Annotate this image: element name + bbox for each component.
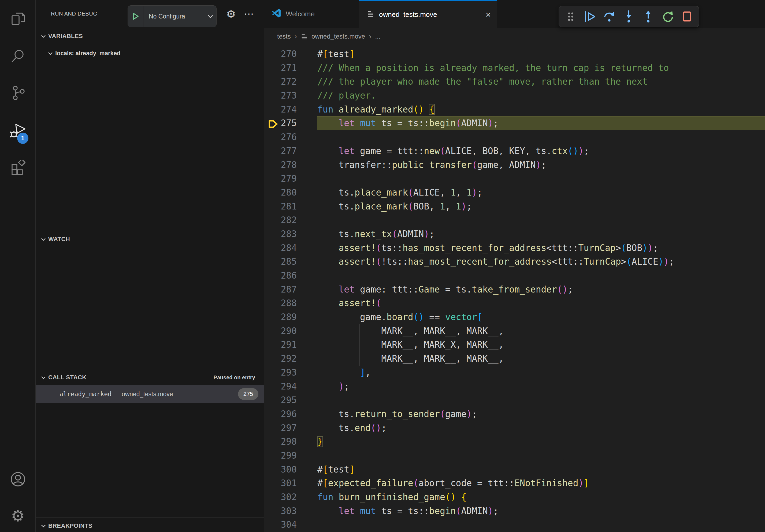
account-icon[interactable] xyxy=(0,464,36,494)
line-number[interactable]: 288 xyxy=(264,296,318,310)
code-line-283[interactable]: 283 ts.next_tx(ADMIN); xyxy=(264,227,765,241)
line-number[interactable]: 285 xyxy=(264,255,318,269)
close-icon[interactable]: × xyxy=(485,10,491,19)
line-number[interactable]: 275 xyxy=(264,116,318,130)
code-line-301[interactable]: 301#[expected_failure(abort_code = ttt::… xyxy=(264,476,765,490)
source-control-icon[interactable] xyxy=(0,78,36,108)
code-line-272[interactable]: 272/// the player who made the "false" m… xyxy=(264,75,765,89)
code-line-287[interactable]: 287 let game: ttt::Game = ts.take_from_s… xyxy=(264,283,765,297)
start-debug-icon[interactable] xyxy=(128,6,143,27)
line-number[interactable]: 280 xyxy=(264,186,318,199)
line-number[interactable]: 286 xyxy=(264,269,318,283)
code-line-273[interactable]: 273/// player. xyxy=(264,89,765,103)
line-number[interactable]: 294 xyxy=(264,380,318,394)
variables-scope-row[interactable]: locals: already_marked xyxy=(36,46,264,61)
line-number[interactable]: 287 xyxy=(264,283,318,297)
line-number[interactable]: 304 xyxy=(264,518,318,532)
step-out-icon[interactable] xyxy=(641,9,656,24)
restart-icon[interactable] xyxy=(660,9,675,24)
step-into-icon[interactable] xyxy=(621,9,636,24)
gripper-icon[interactable] xyxy=(563,9,578,24)
extensions-icon[interactable] xyxy=(0,152,36,182)
code-line-293[interactable]: 293 ], xyxy=(264,366,765,380)
code-line-298[interactable]: 298} xyxy=(264,435,765,449)
code-line-275[interactable]: 275 let mut ts = ts::begin(ADMIN); xyxy=(264,116,765,130)
code-line-286[interactable]: 286 xyxy=(264,269,765,283)
code-line-297[interactable]: 297 ts.end(); xyxy=(264,421,765,435)
code-line-289[interactable]: 289 game.board() == vector[ xyxy=(264,310,765,324)
code-line-295[interactable]: 295 xyxy=(264,393,765,407)
code-line-279[interactable]: 279 xyxy=(264,172,765,186)
continue-icon[interactable] xyxy=(582,9,597,24)
line-number[interactable]: 289 xyxy=(264,310,318,324)
line-number[interactable]: 303 xyxy=(264,504,318,518)
breakpoints-section-header[interactable]: BREAKPOINTS xyxy=(36,519,264,532)
code-line-277[interactable]: 277 let game = ttt::new(ALICE, BOB, KEY,… xyxy=(264,144,765,158)
code-line-302[interactable]: 302fun burn_unfinished_game() { xyxy=(264,490,765,504)
line-number[interactable]: 282 xyxy=(264,213,318,227)
line-number[interactable]: 291 xyxy=(264,338,318,352)
line-number[interactable]: 295 xyxy=(264,393,318,407)
breadcrumb-symbol[interactable]: ... xyxy=(375,33,381,40)
code-line-285[interactable]: 285 assert!(!ts::has_most_recent_for_add… xyxy=(264,255,765,269)
code-line-290[interactable]: 290 MARK__, MARK__, MARK__, xyxy=(264,324,765,338)
code-line-304[interactable]: 304 xyxy=(264,518,765,532)
code-line-282[interactable]: 282 xyxy=(264,213,765,227)
line-number[interactable]: 271 xyxy=(264,61,318,75)
call-stack-section-header[interactable]: CALL STACK Paused on entry xyxy=(36,370,264,385)
line-number[interactable]: 299 xyxy=(264,449,318,463)
code-line-278[interactable]: 278 transfer::public_transfer(game, ADMI… xyxy=(264,158,765,172)
line-number[interactable]: 296 xyxy=(264,407,318,421)
debug-config-label[interactable]: No Configura xyxy=(143,13,205,20)
step-over-icon[interactable] xyxy=(602,9,617,24)
line-number[interactable]: 300 xyxy=(264,463,318,476)
breadcrumb-file[interactable]: owned_tests.move xyxy=(312,33,365,40)
line-number[interactable]: 274 xyxy=(264,103,318,117)
line-number[interactable]: 278 xyxy=(264,158,318,172)
code-line-291[interactable]: 291 MARK__, MARK_X, MARK__, xyxy=(264,338,765,352)
line-number[interactable]: 302 xyxy=(264,490,318,504)
watch-section-header[interactable]: WATCH xyxy=(36,232,264,246)
code-line-280[interactable]: 280 ts.place_mark(ALICE, 1, 1); xyxy=(264,186,765,199)
code-line-296[interactable]: 296 ts.return_to_sender(game); xyxy=(264,407,765,421)
explorer-icon[interactable] xyxy=(0,4,36,33)
tab-welcome[interactable]: Welcome xyxy=(264,0,359,28)
search-icon[interactable] xyxy=(0,41,36,71)
line-number[interactable]: 293 xyxy=(264,366,318,380)
line-number[interactable]: 284 xyxy=(264,241,318,255)
line-number[interactable]: 276 xyxy=(264,130,318,144)
line-number[interactable]: 290 xyxy=(264,324,318,338)
code-line-300[interactable]: 300#[test] xyxy=(264,463,765,476)
code-line-271[interactable]: 271/// When a position is already marked… xyxy=(264,61,765,75)
run-debug-icon[interactable]: 1 xyxy=(0,116,36,145)
call-stack-frame-row[interactable]: already_marked owned_tests.move 275 xyxy=(36,385,264,403)
tab-owned-tests[interactable]: owned_tests.move × xyxy=(359,0,497,28)
code-line-303[interactable]: 303 let mut ts = ts::begin(ADMIN); xyxy=(264,504,765,518)
code-editor[interactable]: 270#[test]271/// When a position is alre… xyxy=(264,45,765,532)
code-line-294[interactable]: 294 ); xyxy=(264,380,765,394)
code-line-276[interactable]: 276 xyxy=(264,130,765,144)
settings-gear-icon[interactable]: ⚙ xyxy=(0,501,36,531)
debug-settings-gear-icon[interactable]: ⚙ xyxy=(224,6,239,22)
code-line-270[interactable]: 270#[test] xyxy=(264,47,765,61)
code-line-274[interactable]: 274fun already_marked() { xyxy=(264,103,765,117)
line-number[interactable]: 298 xyxy=(264,435,318,449)
variables-section-header[interactable]: VARIABLES xyxy=(36,29,264,43)
line-number[interactable]: 277 xyxy=(264,144,318,158)
code-line-292[interactable]: 292 MARK__, MARK__, MARK__, xyxy=(264,352,765,366)
stop-icon[interactable] xyxy=(679,9,694,24)
line-number[interactable]: 301 xyxy=(264,476,318,490)
debug-config-dropdown[interactable]: No Configura xyxy=(128,5,217,27)
code-line-288[interactable]: 288 assert!( xyxy=(264,296,765,310)
line-number[interactable]: 279 xyxy=(264,172,318,186)
line-number[interactable]: 283 xyxy=(264,227,318,241)
line-number[interactable]: 297 xyxy=(264,421,318,435)
code-line-284[interactable]: 284 assert!(ts::has_most_recent_for_addr… xyxy=(264,241,765,255)
line-number[interactable]: 272 xyxy=(264,75,318,89)
breadcrumb-folder[interactable]: tests xyxy=(277,33,291,40)
line-number[interactable]: 281 xyxy=(264,199,318,213)
code-line-281[interactable]: 281 ts.place_mark(BOB, 1, 1); xyxy=(264,199,765,213)
more-actions-ellipsis-icon[interactable]: ⋯ xyxy=(242,6,257,22)
line-number[interactable]: 292 xyxy=(264,352,318,366)
code-line-299[interactable]: 299 xyxy=(264,449,765,463)
